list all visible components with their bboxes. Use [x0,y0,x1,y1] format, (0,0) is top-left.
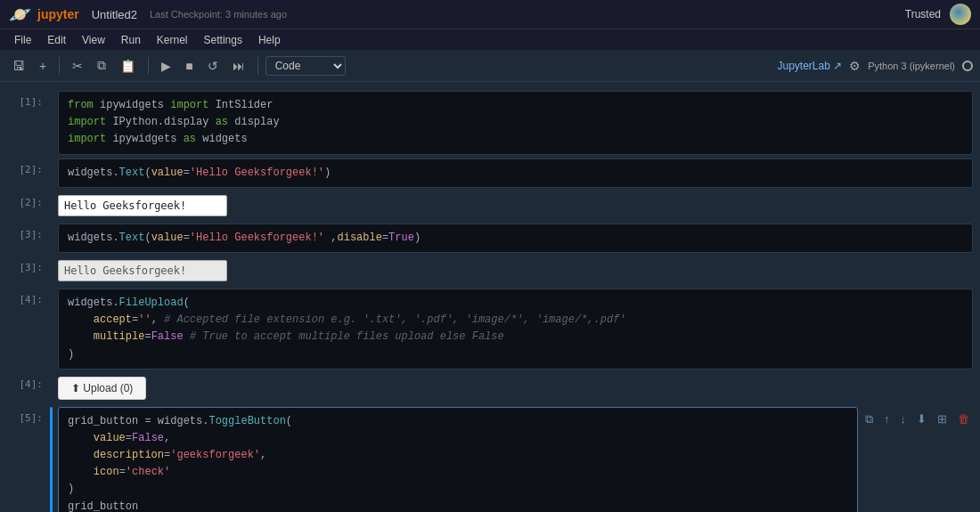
menu-run[interactable]: Run [114,32,148,48]
cell-3-label: [3]: [7,223,50,253]
cell-1-line-3: import ipywidgets as widgets [68,131,963,148]
cell-2-output-content [58,191,973,220]
cell-2-output: [2]: [0,191,980,220]
notebook-area: [1]: from ipywidgets import IntSlider im… [0,82,980,512]
jupyter-logo-icon: 🪐 [9,4,30,25]
cell-3-output: [3]: [0,256,980,285]
cell-1-content[interactable]: from ipywidgets import IntSlider import … [58,91,973,155]
cell-4-content[interactable]: widgets.FileUpload( accept='', # Accepte… [58,289,973,370]
python-logo-icon [950,4,971,25]
cell-3-line-1: widgets.Text(value='Hello Geeksforgeek!'… [68,230,963,247]
app-name: jupyter [37,7,79,21]
cut-cell-button[interactable]: ✂ [67,55,88,77]
cell-5-line-4: icon='check' [68,464,848,481]
cell-5-toolbar: ⧉ ↑ ↓ ⬇ ⊞ 🗑 [858,407,973,512]
cell-4-line-1: widgets.FileUpload( [68,295,963,312]
notebook-title[interactable]: Untitled2 [92,8,137,21]
menu-settings[interactable]: Settings [197,32,249,48]
jupyterlab-link[interactable]: JupyterLab ↗ [777,60,842,72]
menu-view[interactable]: View [75,32,112,48]
cell-5-border [50,407,53,512]
cell-2-output-label: [2]: [7,191,50,220]
checkpoint-text: Last Checkpoint: 3 minutes ago [150,9,287,20]
cell-5: [5]: grid_button = widgets.ToggleButton(… [0,407,980,512]
toolbar-right: JupyterLab ↗ ⚙ Python 3 (ipykernel) [777,59,973,73]
title-bar: 🪐 jupyter Untitled2 Last Checkpoint: 3 m… [0,0,980,28]
toolbar: 🖫 + ✂ ⧉ 📋 ▶ ■ ↺ ⏭ Code Markdown Raw Jupy… [0,50,980,82]
text-widget-3 [58,260,227,281]
cell-2-border [50,158,53,188]
cell-1-line-1: from ipywidgets import IntSlider [68,97,963,114]
upload-widget-button[interactable]: ⬆ Upload (0) [58,377,146,400]
cell-2-output-border [50,191,53,220]
cell-3: [3]: widgets.Text(value='Hello Geeksforg… [0,223,980,253]
menu-edit[interactable]: Edit [40,32,73,48]
add-cell-button[interactable]: + [34,55,52,77]
menu-kernel[interactable]: Kernel [150,32,195,48]
cell-1: [1]: from ipywidgets import IntSlider im… [0,91,980,155]
cell-1-border [50,91,53,155]
cell-3-output-border [50,256,53,285]
cell-2-line-1: widgets.Text(value='Hello Geeksforgeek!'… [68,165,963,182]
cell-3-border [50,223,53,253]
paste-cell-button[interactable]: 📋 [115,55,141,77]
cell-1-label: [1]: [7,91,50,155]
cell-2-content[interactable]: widgets.Text(value='Hello Geeksforgeek!'… [58,158,973,188]
run-cell-button[interactable]: ▶ [156,55,176,77]
cell-3-content[interactable]: widgets.Text(value='Hello Geeksforgeek!'… [58,223,973,253]
cell-5-line-1: grid_button = widgets.ToggleButton( [68,413,848,430]
cell-4-line-4: ) [68,346,963,363]
cell-4-label: [4]: [7,289,50,370]
restart-kernel-button[interactable]: ↺ [202,55,224,77]
cell-4-line-2: accept='', # Accepted file extension e.g… [68,312,963,329]
cell-grid-button[interactable]: ⊞ [934,410,951,427]
stop-kernel-button[interactable]: ■ [180,55,198,77]
kernel-status-icon [962,61,973,71]
cell-delete-button[interactable]: 🗑 [954,410,973,427]
toolbar-separator-3 [257,57,258,75]
cell-2: [2]: widgets.Text(value='Hello Geeksforg… [0,158,980,188]
cell-3-output-content [58,256,973,285]
toolbar-separator-1 [59,57,60,75]
cell-download-button[interactable]: ⬇ [913,410,930,427]
restart-run-button[interactable]: ⏭ [227,55,250,77]
cell-4-line-3: multiple=False # True to accept multiple… [68,329,963,345]
cell-4-output-content: ⬆ Upload (0) [58,373,973,403]
cell-5-line-2: value=False, [68,430,848,447]
cell-copy-button[interactable]: ⧉ [862,410,877,428]
cell-4-output-border [50,373,53,403]
cell-move-down-button[interactable]: ↓ [897,410,911,427]
cell-5-line-5: ) [68,481,848,498]
settings-icon[interactable]: ⚙ [849,59,861,73]
cell-5-content[interactable]: grid_button = widgets.ToggleButton( valu… [58,407,858,512]
cell-2-label: [2]: [7,158,50,188]
toolbar-separator-2 [148,57,149,75]
cell-3-output-label: [3]: [7,256,50,285]
text-widget-2[interactable] [58,195,227,216]
cell-4-border [50,289,53,370]
cell-type-select[interactable]: Code Markdown Raw [265,56,346,76]
copy-cell-button[interactable]: ⧉ [92,54,111,77]
cell-5-line-3: description='geeksforgeek', [68,447,848,464]
cell-4-output-label: [4]: [7,373,50,403]
cell-5-label: [5]: [7,407,50,512]
cell-move-up-button[interactable]: ↑ [880,410,894,427]
kernel-indicator: Python 3 (ipykernel) [868,61,955,71]
cell-4-output: [4]: ⬆ Upload (0) [0,373,980,403]
cell-5-line-6: grid_button [68,499,848,512]
menu-file[interactable]: File [7,32,38,48]
cell-1-line-2: import IPython.display as display [68,114,963,131]
cell-4: [4]: widgets.FileUpload( accept='', # Ac… [0,289,980,370]
menu-bar: File Edit View Run Kernel Settings Help [0,28,980,50]
save-button[interactable]: 🖫 [7,55,30,77]
trusted-label: Trusted [905,8,941,20]
menu-help[interactable]: Help [251,32,288,48]
